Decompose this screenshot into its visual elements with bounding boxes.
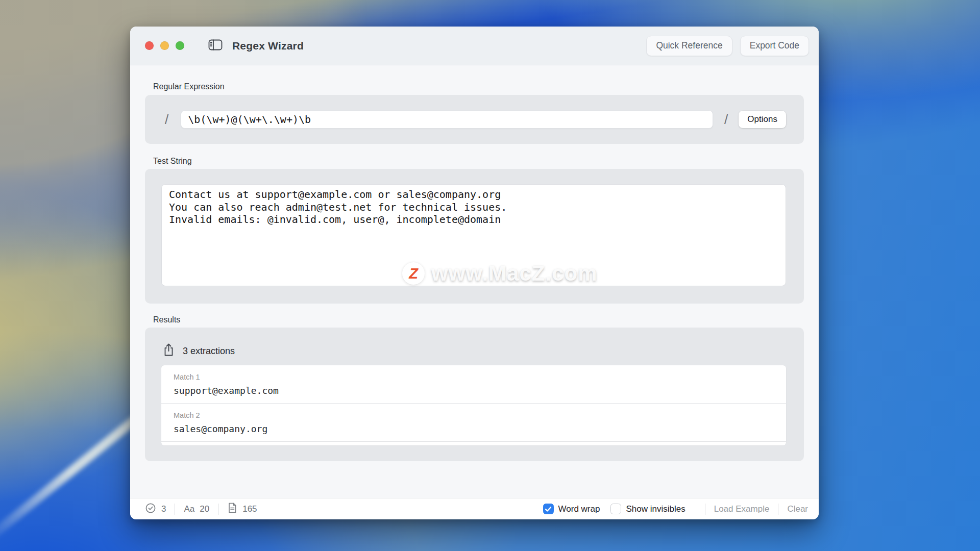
share-icon[interactable] <box>162 343 175 359</box>
match-row[interactable]: Match 1 support@example.com <box>161 365 786 404</box>
minimize-button[interactable] <box>160 41 169 50</box>
status-bar: 3 Aa 20 165 W <box>130 498 819 519</box>
divider <box>175 504 175 515</box>
word-wrap-checkbox[interactable] <box>543 504 554 514</box>
regex-pattern-input[interactable] <box>181 110 713 129</box>
results-header: 3 extractions <box>162 343 235 359</box>
match-list: Match 1 support@example.com Match 2 sale… <box>161 365 786 445</box>
regex-section-label: Regular Expression <box>153 82 225 91</box>
char-count-value: 165 <box>242 504 257 514</box>
match-label: Match 1 <box>174 373 774 381</box>
macz-watermark: Z www.MacZ.com <box>402 261 598 286</box>
macz-watermark-text: www.MacZ.com <box>431 261 598 286</box>
zoom-button[interactable] <box>176 41 184 50</box>
options-button[interactable]: Options <box>739 111 786 128</box>
match-value: support@example.com <box>174 385 774 396</box>
divider <box>778 504 778 515</box>
close-button[interactable] <box>145 41 154 50</box>
show-invisibles-label: Show invisibles <box>626 504 685 514</box>
quick-reference-button[interactable]: Quick Reference <box>646 36 732 56</box>
sidebar-icon <box>208 38 223 53</box>
export-code-button[interactable]: Export Code <box>740 36 809 56</box>
document-icon <box>227 502 237 516</box>
match-label: Match 2 <box>174 411 774 419</box>
status-actions: Word wrap Show invisibles Load Example C… <box>543 504 808 515</box>
test-string-section-label: Test String <box>153 157 192 166</box>
extraction-count: 3 extractions <box>183 346 235 357</box>
font-size-icon: Aa <box>184 504 194 514</box>
match-value: sales@company.org <box>174 423 774 434</box>
regex-panel: / / Options <box>145 95 804 144</box>
load-example-button[interactable]: Load Example <box>714 504 770 514</box>
divider <box>218 504 218 515</box>
regex-close-delimiter: / <box>724 112 728 128</box>
show-invisibles-toggle[interactable]: Show invisibles <box>610 504 685 514</box>
match-count-icon <box>145 503 156 516</box>
status-counters: 3 Aa 20 165 <box>145 502 257 516</box>
word-wrap-label: Word wrap <box>558 504 600 514</box>
macz-logo-icon: Z <box>402 262 425 285</box>
divider <box>705 504 705 515</box>
show-invisibles-checkbox[interactable] <box>610 504 621 514</box>
check-icon <box>545 506 552 512</box>
results-panel: 3 extractions Match 1 support@example.co… <box>145 328 804 461</box>
window-title: Regex Wizard <box>232 40 304 52</box>
results-section-label: Results <box>153 315 180 324</box>
match-count-value: 3 <box>161 504 166 514</box>
sidebar-toggle-button[interactable] <box>208 38 223 53</box>
clear-button[interactable]: Clear <box>787 504 808 514</box>
font-size-value: 20 <box>200 504 209 514</box>
regex-open-delimiter: / <box>165 112 168 128</box>
window-titlebar: Regex Wizard Quick Reference Export Code <box>130 27 819 65</box>
match-row[interactable]: Match 2 sales@company.org <box>161 404 786 442</box>
traffic-lights <box>145 41 184 50</box>
word-wrap-toggle[interactable]: Word wrap <box>543 504 600 514</box>
